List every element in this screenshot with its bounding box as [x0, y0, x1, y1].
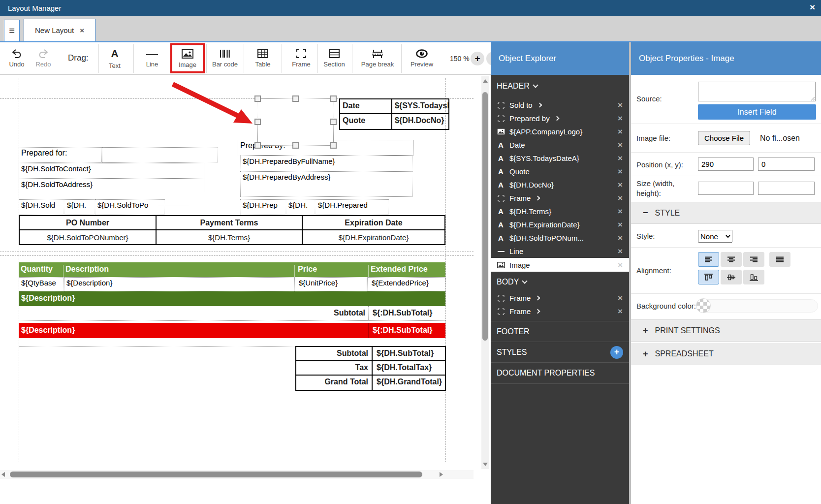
delete-icon[interactable]: ×: [618, 127, 623, 136]
vertical-scroll-thumb[interactable]: [482, 92, 488, 341]
explorer-item-body-frame-1[interactable]: Frame ×: [491, 291, 629, 305]
table-header-row[interactable]: PO Number Payment Terms Expiration Date: [20, 216, 444, 230]
zoom-out-button[interactable]: [486, 52, 491, 65]
print-settings-section-header[interactable]: + PRINT SETTINGS: [631, 319, 821, 342]
valign-bottom-button[interactable]: [743, 270, 764, 284]
explorer-item-prepared-by[interactable]: Prepared by ×: [491, 112, 629, 125]
expiration-date-field[interactable]: ${DH.ExpirationDate}: [303, 230, 444, 244]
tool-barcode[interactable]: Bar code: [208, 43, 242, 74]
empty-cell[interactable]: [102, 147, 218, 163]
explorer-item-company-logo[interactable]: ${APP.CompanyLogo} ×: [491, 125, 629, 138]
valign-top-button[interactable]: [698, 270, 719, 284]
explorer-item-frame[interactable]: Frame ×: [491, 191, 629, 205]
tool-text[interactable]: A Text: [97, 43, 132, 74]
prepared-for-label[interactable]: Prepared for:: [19, 147, 102, 163]
explorer-item-docno[interactable]: A ${DH.DocNo} ×: [491, 178, 629, 191]
explorer-item-po-number[interactable]: A ${DH.SoldToPONum... ×: [491, 231, 629, 245]
quote-value-cell[interactable]: ${DH.DocNo}: [392, 114, 448, 129]
horizontal-scroll-thumb[interactable]: [10, 472, 422, 477]
explorer-item-image-selected[interactable]: Image ×: [491, 258, 629, 272]
delete-icon[interactable]: ×: [618, 234, 623, 242]
scroll-right-icon[interactable]: [440, 472, 443, 477]
grand-total-value-cell[interactable]: ${DH.GrandTotal}: [373, 376, 445, 390]
scroll-up-icon[interactable]: [483, 79, 488, 83]
unit-price-field[interactable]: ${UnitPrice}: [294, 277, 367, 291]
section-header-styles[interactable]: STYLES +: [491, 342, 629, 362]
table-row[interactable]: ${DH.SoldToPONumber} ${DH.Terms} ${DH.Ex…: [20, 230, 444, 244]
section-header-footer[interactable]: FOOTER: [491, 321, 629, 342]
transparent-color-swatch[interactable]: [696, 298, 711, 313]
subtotal-label-cell[interactable]: Subtotal: [296, 347, 373, 360]
delete-icon[interactable]: ×: [618, 114, 623, 123]
red-description-field[interactable]: ${Description}: [21, 326, 75, 335]
extended-price-header[interactable]: Extended Price: [371, 265, 428, 274]
explorer-item-line[interactable]: Line ×: [491, 245, 629, 258]
delete-icon[interactable]: ×: [618, 247, 623, 255]
description-field[interactable]: ${Description}: [64, 277, 294, 291]
insert-field-button[interactable]: Insert Field: [698, 104, 816, 120]
prepared-by-address-field[interactable]: ${DH.PreparedByAddress}: [240, 171, 412, 197]
explorer-item-expiration-date[interactable]: A ${DH.ExpirationDate} ×: [491, 218, 629, 231]
delete-icon[interactable]: ×: [618, 220, 623, 229]
explorer-item-body-frame-2[interactable]: Frame ×: [491, 305, 629, 318]
add-style-button[interactable]: +: [610, 346, 623, 359]
horizontal-scrollbar[interactable]: [0, 470, 474, 479]
section-header-document-properties[interactable]: DOCUMENT PROPERTIES: [491, 362, 629, 384]
extended-price-field[interactable]: ${ExtendedPrice}: [367, 277, 445, 291]
payment-terms-header[interactable]: Payment Terms: [157, 216, 303, 229]
layout-canvas[interactable]: Date ${SYS.TodaysDateA} Quote ${DH.DocNo…: [0, 75, 491, 504]
delete-icon[interactable]: ×: [618, 261, 623, 269]
qty-field[interactable]: ${QtyBase: [19, 277, 64, 291]
valign-middle-button[interactable]: [721, 270, 742, 284]
tool-section[interactable]: Section: [317, 43, 351, 74]
doc-info-table[interactable]: Date ${SYS.TodaysDateA} Quote ${DH.DocNo…: [339, 98, 449, 130]
delete-icon[interactable]: ×: [618, 101, 623, 109]
position-y-input[interactable]: [758, 158, 815, 171]
terms-field[interactable]: ${DH.Terms}: [157, 230, 303, 244]
align-center-button[interactable]: [721, 252, 742, 267]
sold-to-state-field[interactable]: ${DH.: [64, 199, 95, 215]
price-header[interactable]: Price: [298, 265, 317, 274]
date-value-cell[interactable]: ${SYS.TodaysDateA}: [392, 99, 448, 113]
size-width-input[interactable]: [698, 182, 754, 195]
table-row[interactable]: Grand Total ${DH.GrandTotal}: [296, 376, 445, 390]
resize-handle-n[interactable]: [292, 95, 299, 102]
align-right-button[interactable]: [743, 252, 764, 267]
tax-value-cell[interactable]: ${DH.TotalTax}: [373, 361, 445, 375]
resize-handle-w[interactable]: [254, 119, 261, 125]
totals-table[interactable]: Subtotal ${DH.SubTotal} Tax ${DH.TotalTa…: [295, 346, 446, 391]
delete-icon[interactable]: ×: [618, 141, 623, 149]
window-close-icon[interactable]: ×: [810, 2, 815, 13]
description-red-row[interactable]: ${Description} ${:DH.SubTotal}: [19, 323, 445, 338]
date-label-cell[interactable]: Date: [340, 99, 392, 113]
scroll-down-icon[interactable]: [483, 463, 488, 466]
sold-to-city-field[interactable]: ${DH.Sold: [19, 199, 64, 215]
quote-label-cell[interactable]: Quote: [340, 114, 392, 129]
resize-handle-nw[interactable]: [254, 95, 261, 102]
tab-close-icon[interactable]: ×: [80, 26, 84, 34]
quantity-header[interactable]: Quantity: [21, 265, 53, 274]
spreadsheet-section-header[interactable]: + SPREADSHEET: [631, 343, 821, 365]
resize-handle-sw[interactable]: [254, 142, 261, 149]
background-color-field[interactable]: [700, 299, 818, 313]
items-header-row[interactable]: Quantity Description Price Extended Pric…: [19, 262, 445, 277]
explorer-item-sold-to[interactable]: Sold to ×: [491, 98, 629, 112]
po-number-field[interactable]: ${DH.SoldToPONumber}: [20, 230, 157, 244]
size-height-input[interactable]: [758, 182, 815, 195]
sold-to-postal-field[interactable]: ${DH.SoldToPo: [95, 199, 165, 215]
delete-icon[interactable]: ×: [618, 294, 623, 302]
hamburger-menu-button[interactable]: ≡: [4, 20, 20, 41]
delete-icon[interactable]: ×: [618, 154, 623, 162]
align-left-button[interactable]: [698, 252, 719, 267]
resize-handle-e[interactable]: [330, 119, 337, 125]
table-row[interactable]: Tax ${DH.TotalTax}: [296, 361, 445, 376]
grand-total-label-cell[interactable]: Grand Total: [296, 376, 373, 390]
tool-line[interactable]: Line: [135, 43, 169, 74]
scroll-left-icon[interactable]: [1, 472, 5, 477]
style-select[interactable]: None: [698, 230, 732, 243]
table-row[interactable]: Subtotal ${DH.SubTotal}: [296, 347, 445, 361]
po-table[interactable]: PO Number Payment Terms Expiration Date …: [19, 215, 445, 245]
explorer-item-quote[interactable]: A Quote ×: [491, 165, 629, 178]
prepared-by-fullname-field[interactable]: ${DH.PreparedByFullName}: [240, 156, 412, 171]
tool-image[interactable]: Image: [170, 43, 205, 74]
